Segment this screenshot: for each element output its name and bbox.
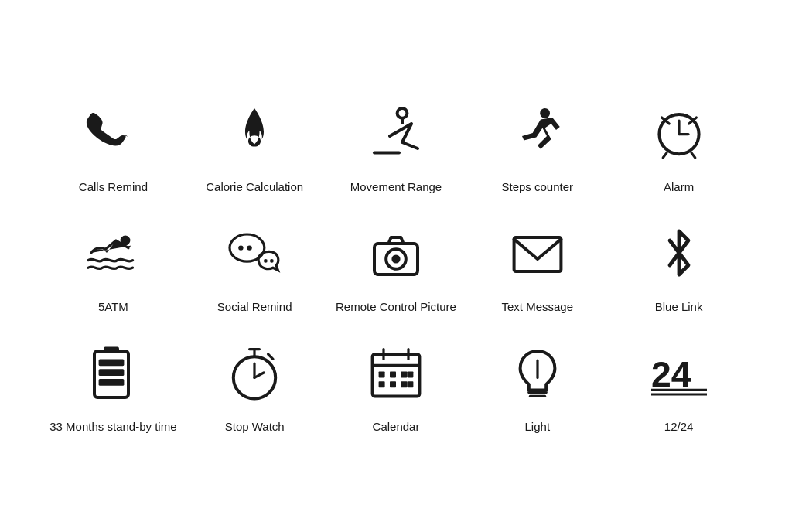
33-months-icon xyxy=(78,338,148,408)
feature-social-remind: Social Remind xyxy=(188,218,322,315)
svg-rect-41 xyxy=(390,381,396,387)
light-label: Light xyxy=(525,418,551,435)
stop-watch-label: Stop Watch xyxy=(225,418,285,435)
svg-rect-25 xyxy=(99,379,125,386)
12-24-label: 12/24 xyxy=(664,418,694,435)
svg-line-10 xyxy=(691,152,695,157)
remote-control-picture-icon xyxy=(361,218,431,288)
calorie-calculation-icon xyxy=(220,98,289,168)
feature-5atm: 5ATM xyxy=(46,218,180,315)
calls-remind-label: Calls Remind xyxy=(79,179,148,195)
social-remind-icon xyxy=(220,218,289,288)
svg-rect-24 xyxy=(99,369,125,376)
feature-calls-remind: Calls Remind xyxy=(46,98,180,195)
svg-point-3 xyxy=(540,108,550,118)
feature-calorie-calculation: Calorie Calculation xyxy=(188,98,322,195)
text-message-label: Text Message xyxy=(502,298,574,315)
svg-point-16 xyxy=(270,259,274,263)
33-months-label: 33 Months stand-by time xyxy=(50,418,176,435)
feature-12-24: 2412/24 xyxy=(612,338,746,435)
stop-watch-icon xyxy=(220,338,289,408)
svg-rect-38 xyxy=(401,371,407,377)
feature-stop-watch: Stop Watch xyxy=(188,338,322,435)
calendar-label: Calendar xyxy=(373,418,420,435)
svg-line-28 xyxy=(254,373,264,377)
alarm-icon xyxy=(644,98,714,168)
feature-calendar: Calendar xyxy=(329,338,463,435)
svg-rect-36 xyxy=(379,371,385,377)
5atm-icon xyxy=(78,218,148,288)
feature-steps-counter: Steps counter xyxy=(470,98,604,195)
feature-remote-control-picture: Remote Control Picture xyxy=(329,218,463,315)
5atm-label: 5ATM xyxy=(98,298,128,315)
text-message-icon xyxy=(503,218,572,288)
svg-line-31 xyxy=(268,354,273,359)
svg-point-15 xyxy=(264,259,268,263)
blue-link-label: Blue Link xyxy=(655,298,703,315)
svg-line-9 xyxy=(663,152,667,157)
feature-movement-range: Movement Range xyxy=(329,98,463,195)
social-remind-label: Social Remind xyxy=(217,298,292,315)
features-grid: Calls RemindCalorie CalculationMovement … xyxy=(0,67,792,466)
calls-remind-icon xyxy=(78,98,148,168)
blue-link-icon xyxy=(644,218,714,288)
movement-range-label: Movement Range xyxy=(350,179,442,195)
svg-rect-39 xyxy=(407,371,413,377)
feature-text-message: Text Message xyxy=(470,218,604,315)
feature-33-months: 33 Months stand-by time xyxy=(46,338,180,435)
feature-alarm: Alarm xyxy=(612,98,746,195)
svg-rect-40 xyxy=(379,381,385,387)
svg-rect-43 xyxy=(407,381,413,387)
svg-point-0 xyxy=(398,108,408,118)
svg-rect-37 xyxy=(390,371,396,377)
calendar-icon xyxy=(361,338,431,408)
steps-counter-label: Steps counter xyxy=(502,179,574,195)
steps-counter-icon xyxy=(503,98,572,168)
svg-point-13 xyxy=(238,245,243,250)
svg-rect-22 xyxy=(104,346,119,351)
svg-rect-42 xyxy=(401,381,407,387)
feature-blue-link: Blue Link xyxy=(612,218,746,315)
feature-light: Light xyxy=(470,338,604,435)
svg-point-19 xyxy=(391,254,400,263)
svg-text:24: 24 xyxy=(651,353,691,394)
svg-rect-20 xyxy=(514,237,561,271)
alarm-label: Alarm xyxy=(664,179,694,195)
svg-point-14 xyxy=(248,245,252,250)
movement-range-icon xyxy=(361,98,431,168)
12-24-icon: 24 xyxy=(644,338,714,408)
calorie-calculation-label: Calorie Calculation xyxy=(206,179,303,195)
svg-rect-23 xyxy=(99,359,125,366)
light-icon xyxy=(503,338,572,408)
remote-control-picture-label: Remote Control Picture xyxy=(336,298,456,315)
